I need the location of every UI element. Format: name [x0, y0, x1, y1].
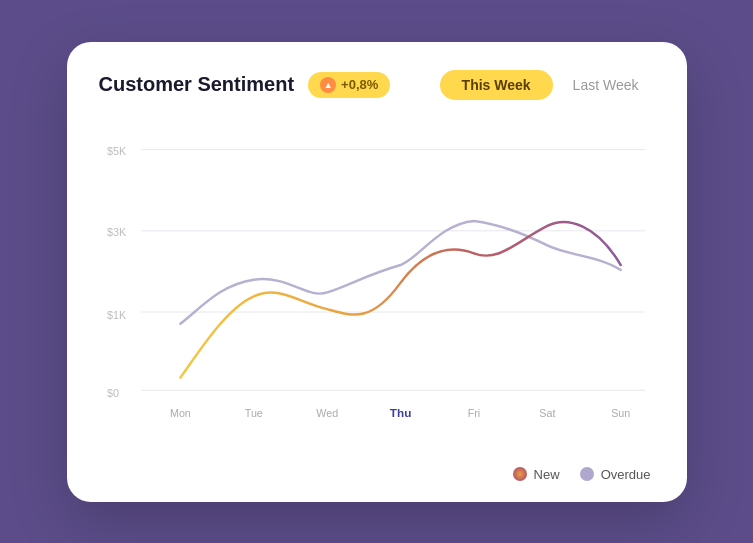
x-label-tue: Tue — [244, 406, 262, 418]
tab-this-week[interactable]: This Week — [440, 70, 553, 100]
legend-label-overdue: Overdue — [601, 467, 651, 482]
header: Customer Sentiment ▲ +0,8% This Week Las… — [99, 70, 655, 100]
badge-value: +0,8% — [341, 77, 378, 92]
x-label-sun: Sun — [611, 406, 630, 418]
tab-last-week[interactable]: Last Week — [557, 70, 655, 100]
x-label-thu: Thu — [389, 405, 411, 418]
trend-icon: ▲ — [320, 77, 336, 93]
y-label-3k: $3K — [107, 225, 127, 237]
legend-dot-new — [513, 467, 527, 481]
legend: New Overdue — [99, 467, 655, 482]
legend-label-new: New — [534, 467, 560, 482]
x-label-fri: Fri — [467, 406, 480, 418]
legend-item-new: New — [513, 467, 560, 482]
chart-title: Customer Sentiment — [99, 73, 295, 96]
tab-group: This Week Last Week — [440, 70, 655, 100]
y-label-5k: $5K — [107, 145, 127, 157]
x-label-sat: Sat — [539, 406, 555, 418]
line-chart: $5K $3K $1K $0 Mon Tue Wed Thu Fri Sat S… — [107, 120, 655, 459]
x-label-mon: Mon — [169, 406, 190, 418]
x-label-wed: Wed — [316, 406, 338, 418]
new-line — [180, 222, 620, 377]
overdue-line — [180, 221, 620, 324]
trend-badge: ▲ +0,8% — [308, 72, 390, 98]
chart-container: $5K $3K $1K $0 Mon Tue Wed Thu Fri Sat S… — [107, 120, 655, 459]
card: Customer Sentiment ▲ +0,8% This Week Las… — [67, 42, 687, 502]
y-label-0: $0 — [107, 387, 119, 399]
y-label-1k: $1K — [107, 308, 127, 320]
chart-area: $5K $3K $1K $0 Mon Tue Wed Thu Fri Sat S… — [107, 120, 655, 459]
legend-item-overdue: Overdue — [580, 467, 651, 482]
legend-dot-overdue — [580, 467, 594, 481]
